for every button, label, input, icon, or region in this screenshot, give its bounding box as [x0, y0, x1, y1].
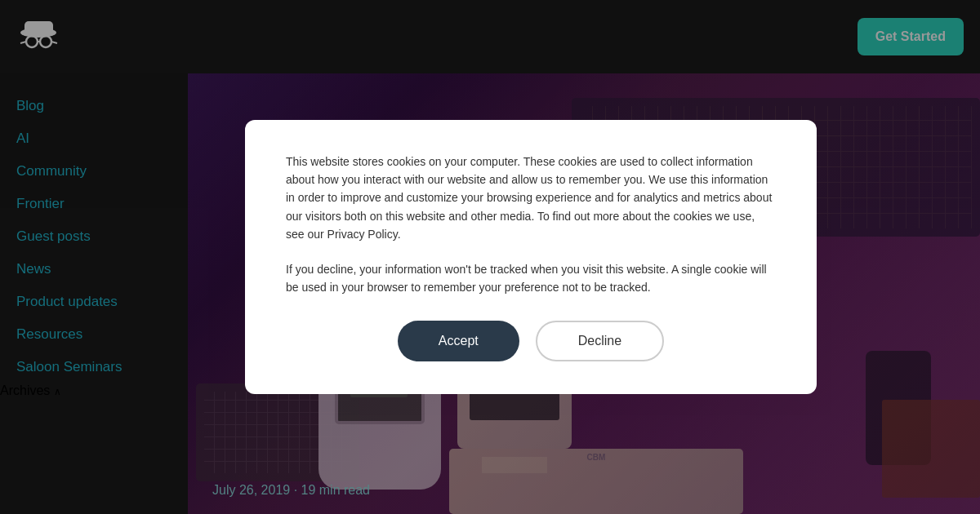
cookie-text-1: This website stores cookies on your comp…	[286, 153, 776, 244]
cookie-modal: This website stores cookies on your comp…	[245, 120, 817, 395]
cookie-buttons: Accept Decline	[286, 321, 776, 361]
accept-button[interactable]: Accept	[398, 321, 519, 361]
cookie-text-2: If you decline, your information won't b…	[286, 260, 776, 297]
decline-button[interactable]: Decline	[536, 321, 664, 361]
modal-overlay: This website stores cookies on your comp…	[0, 0, 980, 514]
